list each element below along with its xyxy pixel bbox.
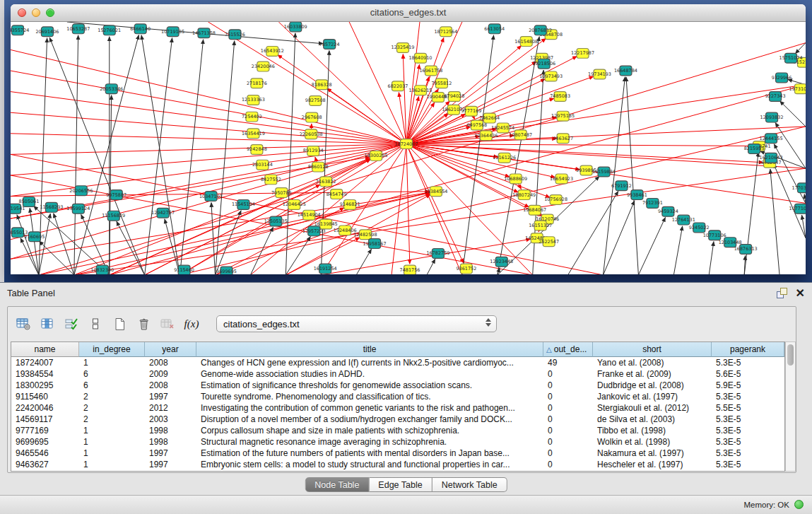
cell-in_degree[interactable]: 1 [79,459,145,470]
tab-node-table[interactable]: Node Table [305,477,369,492]
cell-short[interactable]: Hescheler et al. (1997) [593,459,712,470]
close-window-icon[interactable] [18,8,26,17]
cell-out_de[interactable]: 0 [543,380,593,391]
column-header-out_de[interactable]: △out_de... [543,342,593,357]
cell-year[interactable]: 2008 [145,357,196,368]
cell-year[interactable]: 1997 [145,391,196,402]
float-panel-icon[interactable] [777,288,787,298]
cell-name[interactable]: 9777169 [11,425,79,436]
cell-name[interactable]: 19384554 [11,368,79,380]
create-column-icon[interactable] [110,314,129,334]
table-row[interactable]: 946554611997Estimation of the future num… [11,448,784,459]
cell-title[interactable]: Estimation of the future numbers of pati… [196,448,543,459]
column-header-name[interactable]: name [11,342,79,357]
cell-pagerank[interactable]: 5.3E-5 [712,414,784,425]
cell-short[interactable]: Franke et al. (2009) [593,368,712,380]
cell-name[interactable]: 9463627 [11,459,79,470]
cell-title[interactable]: Genome-wide association studies in ADHD. [196,368,543,380]
memory-status-indicator[interactable] [794,500,804,509]
table-row[interactable]: 1872400712008Changes of HCN gene express… [11,357,784,368]
cell-title[interactable]: Corpus callosum shape and size in male p… [196,425,543,436]
column-header-year[interactable]: year [145,342,196,357]
cell-title[interactable]: Estimation of significance thresholds fo… [196,380,543,391]
cell-year[interactable]: 1998 [145,436,196,448]
citation-network-graph[interactable]: 1872400718300295165439122342004627181761… [11,22,806,274]
cell-year[interactable]: 2003 [145,414,196,425]
table-row[interactable]: 2242004622012Investigating the contribut… [11,402,784,414]
cell-pagerank[interactable]: 5.3E-5 [712,436,784,448]
cell-short[interactable]: Jankovic et al. (1997) [593,391,712,402]
cell-out_de[interactable]: 0 [543,436,593,448]
cell-short[interactable]: Stergiakouli et al. (2012) [593,402,712,414]
cell-title[interactable]: Changes of HCN gene expression and I(f) … [196,357,543,368]
cell-in_degree[interactable]: 2 [79,402,145,414]
cell-pagerank[interactable]: 5.3E-5 [712,391,784,402]
cell-title[interactable]: Tourette syndrome. Phenomenology and cla… [196,391,543,402]
network-window[interactable]: citations_edges.txt 18724007183002951654… [11,4,806,274]
show-columns-icon[interactable] [37,314,57,334]
cell-out_de[interactable]: 0 [543,425,593,436]
cell-year[interactable]: 1997 [145,448,196,459]
cell-name[interactable]: 18724007 [11,357,79,368]
cell-in_degree[interactable]: 1 [79,436,145,448]
column-header-short[interactable]: short [593,342,712,357]
zoom-window-icon[interactable] [46,8,54,17]
cell-year[interactable]: 1997 [145,459,196,470]
cell-short[interactable]: Tibbo et al. (1998) [593,425,712,436]
cell-pagerank[interactable]: 5.6E-5 [712,368,784,380]
cell-short[interactable]: Yano et al. (2008) [593,357,712,368]
cell-out_de[interactable]: 0 [543,391,593,402]
network-canvas[interactable]: 1872400718300295165439122342004627181761… [11,22,806,274]
table-row[interactable]: 1938455462009Genome-wide association stu… [11,368,784,380]
table-row[interactable]: 977716911998Corpus callosum shape and si… [11,425,784,436]
cell-pagerank[interactable]: 5.3E-5 [712,448,784,459]
table-mode-icon[interactable] [13,314,33,334]
cell-in_degree[interactable]: 2 [79,391,145,402]
cell-pagerank[interactable]: 5.3E-5 [712,425,784,436]
cell-name[interactable]: 22420046 [11,402,79,414]
cell-out_de[interactable]: 0 [543,459,593,470]
cell-pagerank[interactable]: 5.3E-5 [712,459,784,470]
window-titlebar[interactable]: citations_edges.txt [11,4,806,22]
cell-year[interactable]: 2008 [145,380,196,391]
cell-out_de[interactable]: 0 [543,402,593,414]
minimize-window-icon[interactable] [32,8,40,17]
cell-title[interactable]: Disruption of a novel member of a sodium… [196,414,543,425]
cell-year[interactable]: 2009 [145,368,196,380]
table-selector-dropdown[interactable]: citations_edges.txt [216,315,497,332]
cell-out_de[interactable]: 0 [543,368,593,380]
tab-edge-table[interactable]: Edge Table [369,477,432,492]
table-row[interactable]: 1830029562008Estimation of significance … [11,380,784,391]
cell-name[interactable]: 9699695 [11,436,79,448]
cell-in_degree[interactable]: 2 [79,414,145,425]
column-header-title[interactable]: title [196,342,543,357]
cell-pagerank[interactable]: 5.9E-5 [712,380,784,391]
cell-in_degree[interactable]: 1 [79,448,145,459]
cell-short[interactable]: Nakamura et al. (1997) [593,448,712,459]
cell-title[interactable]: Investigating the contribution of common… [196,402,543,414]
table-row[interactable]: 911546021997Tourette syndrome. Phenomeno… [11,391,784,402]
cell-year[interactable]: 1998 [145,425,196,436]
cell-year[interactable]: 2012 [145,402,196,414]
cell-in_degree[interactable]: 6 [79,380,145,391]
cell-pagerank[interactable]: 5.5E-5 [712,402,784,414]
function-builder-icon[interactable]: f(x) [182,314,201,334]
table-row[interactable]: 946362711997Embryonic stem cells: a mode… [11,459,784,470]
cell-title[interactable]: Structural magnetic resonance image aver… [196,436,543,448]
cell-in_degree[interactable]: 1 [79,357,145,368]
delete-table-icon[interactable] [158,314,177,334]
cell-in_degree[interactable]: 6 [79,368,145,380]
select-rows-icon[interactable] [61,314,81,334]
cell-pagerank[interactable]: 5.3E-5 [712,357,784,368]
tab-network-table[interactable]: Network Table [433,477,507,492]
cell-title[interactable]: Embryonic stem cells: a model to study s… [196,459,543,470]
column-header-pagerank[interactable]: pagerank [712,342,784,357]
delete-column-icon[interactable] [134,314,153,334]
cell-out_de[interactable]: 0 [543,414,593,425]
cell-name[interactable]: 9465546 [11,448,79,459]
table-row[interactable]: 1456911722003Disruption of a novel membe… [11,414,784,425]
row-height-icon[interactable] [86,314,105,334]
close-panel-icon[interactable]: ✕ [796,288,805,298]
cell-in_degree[interactable]: 1 [79,425,145,436]
cell-out_de[interactable]: 49 [543,357,593,368]
